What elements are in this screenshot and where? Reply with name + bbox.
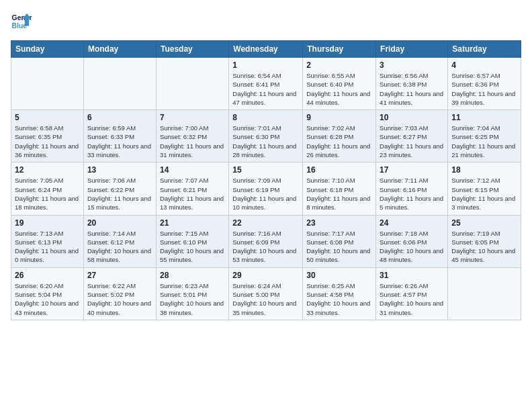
calendar-cell: 17Sunrise: 7:11 AM Sunset: 6:16 PM Dayli… — [376, 163, 448, 215]
day-number: 22 — [232, 218, 299, 228]
calendar-cell: 13Sunrise: 7:06 AM Sunset: 6:22 PM Dayli… — [83, 163, 156, 215]
day-number: 23 — [306, 218, 372, 228]
calendar-cell: 15Sunrise: 7:09 AM Sunset: 6:19 PM Dayli… — [229, 163, 303, 215]
day-info: Sunrise: 7:17 AM Sunset: 6:08 PM Dayligh… — [306, 229, 372, 265]
calendar-cell: 5Sunrise: 6:58 AM Sunset: 6:35 PM Daylig… — [11, 110, 84, 163]
calendar-cell: 29Sunrise: 6:24 AM Sunset: 5:00 PM Dayli… — [229, 267, 303, 320]
calendar-cell: 25Sunrise: 7:19 AM Sunset: 6:05 PM Dayli… — [448, 215, 521, 267]
calendar-cell: 10Sunrise: 7:03 AM Sunset: 6:27 PM Dayli… — [376, 110, 448, 163]
day-number: 5 — [15, 113, 80, 122]
calendar-cell: 16Sunrise: 7:10 AM Sunset: 6:18 PM Dayli… — [303, 163, 376, 215]
day-number: 25 — [451, 218, 517, 228]
day-info: Sunrise: 6:25 AM Sunset: 4:58 PM Dayligh… — [306, 281, 372, 317]
header-day-monday: Monday — [83, 41, 156, 58]
header-day-sunday: Sunday — [11, 41, 84, 58]
day-info: Sunrise: 6:22 AM Sunset: 5:02 PM Dayligh… — [87, 281, 152, 317]
day-info: Sunrise: 7:03 AM Sunset: 6:27 PM Dayligh… — [380, 124, 444, 159]
day-info: Sunrise: 6:57 AM Sunset: 6:36 PM Dayligh… — [451, 71, 517, 107]
day-info: Sunrise: 6:59 AM Sunset: 6:33 PM Dayligh… — [87, 124, 152, 159]
day-number: 3 — [380, 60, 444, 70]
day-number: 21 — [160, 218, 225, 228]
day-number: 7 — [160, 113, 225, 122]
calendar-cell: 11Sunrise: 7:04 AM Sunset: 6:25 PM Dayli… — [448, 110, 521, 163]
calendar-cell: 3Sunrise: 6:56 AM Sunset: 6:38 PM Daylig… — [376, 58, 448, 110]
day-number: 14 — [160, 165, 225, 175]
logo-icon: General Blue — [11, 11, 32, 32]
day-info: Sunrise: 6:24 AM Sunset: 5:00 PM Dayligh… — [232, 281, 299, 317]
calendar-cell: 22Sunrise: 7:16 AM Sunset: 6:09 PM Dayli… — [229, 215, 303, 267]
day-info: Sunrise: 7:06 AM Sunset: 6:22 PM Dayligh… — [87, 176, 152, 212]
calendar-cell: 18Sunrise: 7:12 AM Sunset: 6:15 PM Dayli… — [448, 163, 521, 215]
calendar-week-5: 26Sunrise: 6:20 AM Sunset: 5:04 PM Dayli… — [11, 267, 521, 320]
day-info: Sunrise: 6:26 AM Sunset: 4:57 PM Dayligh… — [380, 281, 444, 317]
calendar-cell — [156, 58, 228, 110]
day-number: 18 — [451, 165, 517, 175]
day-info: Sunrise: 6:23 AM Sunset: 5:01 PM Dayligh… — [160, 281, 225, 317]
day-number: 10 — [380, 113, 444, 122]
header-day-friday: Friday — [376, 41, 448, 58]
day-info: Sunrise: 7:19 AM Sunset: 6:05 PM Dayligh… — [451, 229, 517, 265]
day-number: 16 — [306, 165, 372, 175]
calendar-cell: 30Sunrise: 6:25 AM Sunset: 4:58 PM Dayli… — [303, 267, 376, 320]
calendar-body: 1Sunrise: 6:54 AM Sunset: 6:41 PM Daylig… — [11, 58, 521, 320]
day-info: Sunrise: 6:58 AM Sunset: 6:35 PM Dayligh… — [15, 124, 80, 159]
calendar-cell: 1Sunrise: 6:54 AM Sunset: 6:41 PM Daylig… — [229, 58, 303, 110]
day-info: Sunrise: 7:00 AM Sunset: 6:32 PM Dayligh… — [160, 124, 225, 159]
calendar-cell: 23Sunrise: 7:17 AM Sunset: 6:08 PM Dayli… — [303, 215, 376, 267]
day-info: Sunrise: 7:04 AM Sunset: 6:25 PM Dayligh… — [451, 124, 517, 159]
day-info: Sunrise: 7:05 AM Sunset: 6:24 PM Dayligh… — [15, 176, 80, 212]
day-info: Sunrise: 7:13 AM Sunset: 6:13 PM Dayligh… — [15, 229, 80, 265]
calendar-cell: 28Sunrise: 6:23 AM Sunset: 5:01 PM Dayli… — [156, 267, 228, 320]
header-day-thursday: Thursday — [303, 41, 376, 58]
calendar-week-1: 1Sunrise: 6:54 AM Sunset: 6:41 PM Daylig… — [11, 58, 521, 110]
day-number: 6 — [87, 113, 152, 122]
day-info: Sunrise: 7:14 AM Sunset: 6:12 PM Dayligh… — [87, 229, 152, 265]
day-number: 27 — [87, 271, 152, 280]
day-number: 31 — [380, 271, 444, 280]
calendar-cell — [11, 58, 84, 110]
day-number: 11 — [451, 113, 517, 122]
day-number: 15 — [232, 165, 299, 175]
calendar-cell: 19Sunrise: 7:13 AM Sunset: 6:13 PM Dayli… — [11, 215, 84, 267]
calendar-week-4: 19Sunrise: 7:13 AM Sunset: 6:13 PM Dayli… — [11, 215, 521, 267]
day-number: 8 — [232, 113, 299, 122]
day-info: Sunrise: 7:16 AM Sunset: 6:09 PM Dayligh… — [232, 229, 299, 265]
header-day-wednesday: Wednesday — [229, 41, 303, 58]
calendar-cell: 24Sunrise: 7:18 AM Sunset: 6:06 PM Dayli… — [376, 215, 448, 267]
day-number: 24 — [380, 218, 444, 228]
day-info: Sunrise: 7:07 AM Sunset: 6:21 PM Dayligh… — [160, 176, 225, 212]
calendar-cell — [83, 58, 156, 110]
day-number: 13 — [87, 165, 152, 175]
day-info: Sunrise: 7:18 AM Sunset: 6:06 PM Dayligh… — [380, 229, 444, 265]
day-info: Sunrise: 7:09 AM Sunset: 6:19 PM Dayligh… — [232, 176, 299, 212]
day-info: Sunrise: 7:01 AM Sunset: 6:30 PM Dayligh… — [232, 124, 299, 159]
calendar-header-row: SundayMondayTuesdayWednesdayThursdayFrid… — [11, 41, 521, 58]
day-number: 2 — [306, 60, 372, 70]
calendar-cell: 2Sunrise: 6:55 AM Sunset: 6:40 PM Daylig… — [303, 58, 376, 110]
day-info: Sunrise: 6:55 AM Sunset: 6:40 PM Dayligh… — [306, 71, 372, 107]
calendar-cell: 7Sunrise: 7:00 AM Sunset: 6:32 PM Daylig… — [156, 110, 228, 163]
header-day-tuesday: Tuesday — [156, 41, 228, 58]
day-info: Sunrise: 7:15 AM Sunset: 6:10 PM Dayligh… — [160, 229, 225, 265]
header: General Blue — [11, 11, 521, 32]
day-info: Sunrise: 6:20 AM Sunset: 5:04 PM Dayligh… — [15, 281, 80, 317]
calendar-cell: 9Sunrise: 7:02 AM Sunset: 6:28 PM Daylig… — [303, 110, 376, 163]
calendar-cell: 6Sunrise: 6:59 AM Sunset: 6:33 PM Daylig… — [83, 110, 156, 163]
calendar-week-2: 5Sunrise: 6:58 AM Sunset: 6:35 PM Daylig… — [11, 110, 521, 163]
calendar-cell: 26Sunrise: 6:20 AM Sunset: 5:04 PM Dayli… — [11, 267, 84, 320]
calendar-cell: 4Sunrise: 6:57 AM Sunset: 6:36 PM Daylig… — [448, 58, 521, 110]
day-number: 4 — [451, 60, 517, 70]
day-number: 30 — [306, 271, 372, 280]
calendar-cell: 20Sunrise: 7:14 AM Sunset: 6:12 PM Dayli… — [83, 215, 156, 267]
day-number: 26 — [15, 271, 80, 280]
logo: General Blue — [11, 11, 32, 32]
calendar-table: SundayMondayTuesdayWednesdayThursdayFrid… — [11, 40, 521, 320]
day-number: 29 — [232, 271, 299, 280]
day-number: 9 — [306, 113, 372, 122]
day-number: 17 — [380, 165, 444, 175]
day-info: Sunrise: 7:12 AM Sunset: 6:15 PM Dayligh… — [451, 176, 517, 212]
day-number: 19 — [15, 218, 80, 228]
day-number: 28 — [160, 271, 225, 280]
day-number: 20 — [87, 218, 152, 228]
calendar-cell: 8Sunrise: 7:01 AM Sunset: 6:30 PM Daylig… — [229, 110, 303, 163]
